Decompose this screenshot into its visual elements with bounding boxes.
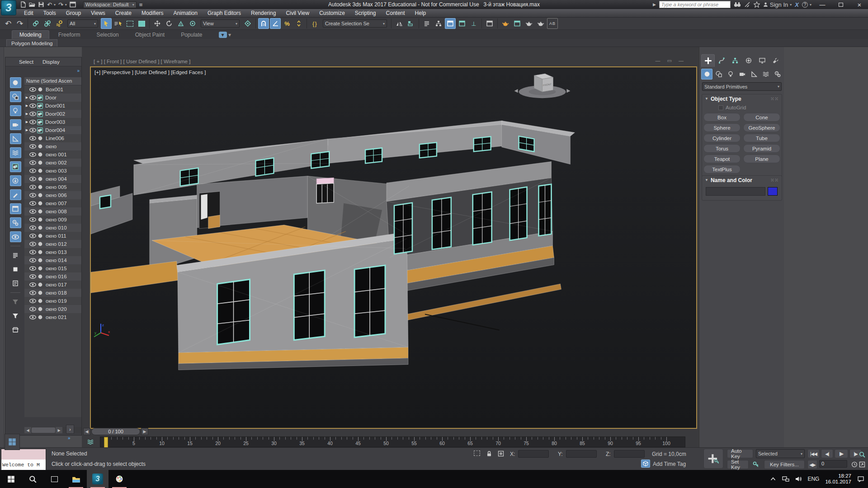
objtype-pyramid-button[interactable]: Pyramid [743,144,780,153]
left-dock-strip[interactable] [0,47,4,447]
objtype-teapot-button[interactable]: Teapot [703,155,741,163]
explorer-row[interactable]: окно 001 [24,150,81,159]
visibility-eye-icon[interactable] [29,242,36,246]
explorer-row[interactable]: окно 014 [24,256,81,264]
new-scene-icon[interactable] [20,1,26,8]
scrollbar-thumb[interactable] [32,427,55,433]
reference-coordinate-dropdown[interactable]: View▾ [201,19,240,28]
viewport-layout-tabs-button[interactable] [5,434,20,450]
explorer-row[interactable]: окно 011 [24,232,81,240]
create-key-button[interactable] [703,449,723,469]
unlink-selection-icon[interactable] [42,18,53,29]
rectangular-selection-region-icon[interactable] [124,18,135,29]
percent-snap-icon[interactable]: % [282,18,292,29]
angle-snap-icon[interactable] [270,18,281,29]
selection-lock-icon[interactable] [485,449,494,458]
filter-cameras-icon[interactable] [10,119,21,130]
current-frame-field[interactable]: 0 [819,460,847,468]
viewport-window-controls[interactable]: — ▭ — [655,58,686,64]
tab-utilities[interactable] [769,54,783,67]
visibility-eye-icon[interactable] [29,282,36,287]
menu-graph-editors[interactable]: Graph Editors [203,9,246,17]
curve-editor-icon[interactable] [421,18,432,29]
visibility-eye-icon[interactable] [29,299,36,303]
set-key-mode-icon[interactable] [750,459,761,470]
ribbon-tab-object-paint[interactable]: Object Paint [128,31,172,39]
explorer-chevron-icon[interactable]: » [68,436,71,441]
display-floater-icon[interactable]: ⊥ [468,18,479,29]
visibility-eye-icon[interactable] [29,152,36,157]
objtype-textplus-button[interactable]: TextPlus [703,165,741,174]
name-column-header[interactable]: Name (Sorted Ascen [24,77,81,85]
filter-systems-icon[interactable] [10,217,21,228]
help-search-input[interactable]: Type a keyword or phrase [659,1,731,8]
workspace-dropdown[interactable]: Workspace: Default▾ [83,1,137,8]
filter-geometry-icon[interactable] [10,161,21,172]
selected-set-dropdown[interactable]: Selected▾ [756,449,805,458]
object-name-input[interactable] [706,187,765,196]
explorer-row[interactable]: ▶Door001 [24,102,81,110]
explorer-row[interactable]: окно 018 [24,289,81,297]
use-pivot-point-icon[interactable] [187,18,198,29]
objtype-cone-button[interactable]: Cone [743,113,780,122]
selection-filter-dropdown[interactable]: All▾ [67,19,98,28]
view-detail-icon[interactable] [10,278,21,289]
mini-curve-editor-icon[interactable] [84,436,97,447]
listener-macro-line[interactable] [1,449,46,460]
maximize-button[interactable] [833,1,849,9]
menu-views[interactable]: Views [86,9,110,17]
save-file-icon[interactable] [38,1,44,8]
explorer-row[interactable]: ▶Door003 [24,118,81,126]
visibility-eye-icon[interactable] [29,160,36,165]
listener-script-line[interactable]: Welcome to M [1,460,46,470]
object-type-header[interactable]: ▼Object Type⁙⁙ [702,94,782,103]
ribbon-tab-modeling[interactable]: Modeling [12,30,49,39]
menu-create[interactable]: Create [110,9,137,17]
network-icon[interactable] [782,476,789,483]
explorer-row[interactable]: окно 007 [24,199,81,207]
filter-lights-icon[interactable] [10,105,21,116]
explorer-row[interactable]: окно 009 [24,216,81,224]
filter-frozen-icon[interactable] [10,203,21,214]
app-logo-3dsmax[interactable]: 3 [1,0,16,15]
explorer-row[interactable]: окно 013 [24,248,81,256]
communication-center-icon[interactable] [744,1,750,8]
explorer-row[interactable]: окно 002 [24,159,81,167]
visibility-eye-icon[interactable] [29,112,36,116]
objtype-cylinder-button[interactable]: Cylinder [703,134,741,142]
layer-explorer-icon[interactable] [457,18,467,29]
visibility-eye-icon[interactable] [29,169,36,173]
taskbar-search-icon[interactable] [22,470,43,488]
expand-arrow-icon[interactable]: ▶ [24,112,29,116]
x-coordinate-field[interactable] [518,450,549,458]
filter-shapes-icon[interactable] [10,91,21,102]
expand-arrow-icon[interactable]: ▶ [24,104,29,108]
material-editor-icon[interactable] [484,18,495,29]
filter-helpers-icon[interactable] [10,133,21,144]
maxscript-mini-listener[interactable]: Welcome to M [1,449,46,469]
frame-spinner-icon[interactable]: ◀▶ [807,460,817,469]
filter-hidden-icon[interactable] [10,231,21,242]
view-list-icon[interactable] [10,250,21,261]
bind-to-space-warp-icon[interactable] [54,18,65,29]
select-and-move-icon[interactable] [152,18,163,29]
task-view-icon[interactable] [43,470,65,488]
visibility-eye-icon[interactable] [29,307,36,311]
expand-arrow-icon[interactable]: ▶ [24,120,29,124]
explorer-row[interactable]: окно 020 [24,305,81,313]
visibility-eye-icon[interactable] [29,136,36,141]
select-by-name-icon[interactable] [113,18,123,29]
visibility-eye-icon[interactable] [29,144,36,149]
visibility-eye-icon[interactable] [29,95,36,100]
time-slider-marker[interactable] [104,437,108,447]
select-and-scale-icon[interactable] [175,18,186,29]
explorer-row[interactable]: Line006 [24,134,81,142]
explorer-row[interactable]: окно 012 [24,240,81,248]
objtype-torus-button[interactable]: Torus [703,144,741,153]
minimize-button[interactable]: — [815,1,830,9]
visibility-eye-icon[interactable] [29,274,36,279]
category-lights-icon[interactable] [725,69,736,80]
menu-customize[interactable]: Customize [314,9,350,17]
select-object-icon[interactable] [101,18,112,29]
category-geometry-icon[interactable] [701,69,712,80]
